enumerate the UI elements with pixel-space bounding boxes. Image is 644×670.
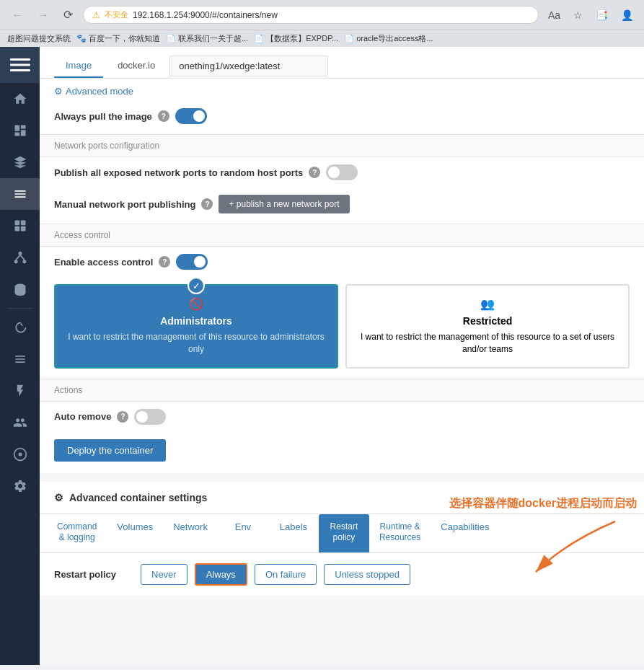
- actions-header: Actions: [40, 379, 644, 402]
- tab-registry[interactable]: docker.io: [106, 54, 167, 78]
- tab-image[interactable]: Image: [54, 54, 103, 78]
- svg-rect-3: [14, 221, 19, 226]
- sub-tab-volumes[interactable]: Volumes: [107, 514, 163, 552]
- sidebar-item-endpoints[interactable]: [0, 438, 40, 470]
- bookmark-star-button[interactable]: ☆: [570, 8, 586, 22]
- bookmark-0[interactable]: 超图问题提交系统: [7, 33, 71, 44]
- profile-button[interactable]: 👤: [617, 8, 637, 22]
- auto-remove-toggle[interactable]: [134, 409, 166, 425]
- enable-access-row: Enable access control ?: [40, 247, 644, 277]
- sidebar-item-history[interactable]: [0, 312, 40, 343]
- sub-tab-network[interactable]: Network: [163, 514, 218, 552]
- restricted-card-title: Restricted: [356, 315, 619, 327]
- always-pull-row: Always pull the image ?: [40, 101, 644, 131]
- access-cards: ✓ 🚫 Administrators I want to restrict th…: [40, 277, 644, 376]
- advanced-mode-section: ⚙ Advanced mode: [40, 79, 644, 101]
- restart-policy-label: Restart policy: [54, 569, 133, 580]
- sidebar-item-settings[interactable]: [0, 470, 40, 502]
- tabs-row: Image docker.io: [40, 47, 644, 79]
- sidebar-item-volumes[interactable]: [0, 273, 40, 305]
- globe-icon: ⚙: [54, 86, 63, 97]
- forward-button[interactable]: →: [33, 7, 53, 23]
- sub-tab-labels[interactable]: Labels: [268, 514, 319, 552]
- svg-rect-2: [10, 69, 30, 71]
- bookmark-1[interactable]: 🐾 百度一下，你就知道: [76, 33, 160, 44]
- sidebar-item-networks[interactable]: [0, 242, 40, 273]
- content-area: Image docker.io ⚙ Advanced mode Always p…: [40, 47, 644, 665]
- auto-remove-help[interactable]: ?: [117, 411, 128, 423]
- advanced-settings-header: ⚙ Advanced container settings: [40, 482, 644, 514]
- publish-all-toggle[interactable]: [326, 164, 358, 180]
- policy-always-button[interactable]: Always: [195, 563, 247, 586]
- sidebar: [0, 47, 40, 665]
- advanced-settings-section: ⚙ Advanced container settings Command& l…: [40, 482, 644, 596]
- access-card-check: ✓: [188, 277, 205, 294]
- publish-all-help[interactable]: ?: [309, 167, 320, 178]
- bookmarks-bar: 超图问题提交系统 🐾 百度一下，你就知道 📄 联系我们一关于超... 📄 【数据…: [0, 30, 644, 47]
- restricted-card-desc: I want to restrict the management of thi…: [356, 331, 619, 356]
- url-display: 192.168.1.254:9000/#/containers/new: [133, 10, 278, 20]
- svg-point-8: [14, 260, 17, 263]
- sidebar-item-stacks[interactable]: [0, 343, 40, 375]
- sidebar-logo[interactable]: [0, 47, 40, 83]
- publish-new-port-button[interactable]: + publish a new network port: [219, 195, 349, 213]
- access-card-restricted[interactable]: 👥 Restricted I want to restrict the mana…: [345, 284, 630, 369]
- publish-all-label: Publish all exposed network ports to ran…: [54, 167, 303, 178]
- sidebar-item-dashboard[interactable]: [0, 115, 40, 146]
- translate-button[interactable]: Aa: [544, 8, 564, 22]
- address-bar[interactable]: ⚠ 不安全 192.168.1.254:9000/#/containers/ne…: [83, 6, 539, 24]
- sub-tab-env[interactable]: Env: [218, 514, 268, 552]
- policy-never-button[interactable]: Never: [141, 564, 188, 585]
- restart-policy-row: Restart policy Never Always On failure U…: [40, 553, 644, 596]
- deploy-button[interactable]: Deploy the container: [54, 439, 166, 462]
- sidebar-item-images[interactable]: [0, 210, 40, 242]
- sidebar-divider-1: [7, 308, 32, 309]
- browser-titlebar: ← → ⟳ ⚠ 不安全 192.168.1.254:9000/#/contain…: [0, 0, 644, 30]
- sub-tab-capabilities[interactable]: Capabilities: [431, 514, 499, 552]
- bookmark-3[interactable]: 📄 【数据泵】EXPDP...: [254, 33, 338, 44]
- manual-port-help[interactable]: ?: [201, 198, 213, 210]
- admin-card-title: Administrators: [64, 315, 328, 327]
- enable-access-help[interactable]: ?: [159, 256, 170, 268]
- enable-access-toggle[interactable]: [176, 254, 208, 270]
- security-icon: ⚠: [92, 10, 100, 20]
- policy-unless-stopped-button[interactable]: Unless stopped: [324, 564, 410, 585]
- policy-on-failure-button[interactable]: On failure: [255, 564, 317, 585]
- svg-line-11: [20, 255, 25, 260]
- always-pull-help[interactable]: ?: [158, 110, 169, 122]
- access-control-header: Access control: [40, 224, 644, 247]
- advanced-settings-label: Advanced container settings: [69, 492, 207, 503]
- svg-rect-1: [10, 64, 30, 66]
- manual-port-row: Manual network port publishing ? + publi…: [40, 188, 644, 221]
- sub-tab-restart-policy[interactable]: Restartpolicy: [319, 514, 369, 552]
- advanced-mode-link[interactable]: ⚙ Advanced mode: [54, 86, 630, 97]
- restricted-card-icon: 👥: [356, 297, 619, 311]
- auto-remove-label: Auto remove: [54, 411, 111, 422]
- svg-point-9: [22, 260, 26, 263]
- sidebar-item-list[interactable]: [0, 178, 40, 210]
- always-pull-toggle[interactable]: [175, 108, 207, 124]
- bookmark-2[interactable]: 📄 联系我们一关于超...: [166, 33, 248, 44]
- reload-button[interactable]: ⟳: [59, 6, 77, 23]
- auto-remove-row: Auto remove ?: [40, 402, 644, 432]
- back-button[interactable]: ←: [7, 7, 27, 23]
- bookmark-button[interactable]: 📑: [592, 8, 612, 22]
- admin-card-desc: I want to restrict the management of thi…: [64, 331, 328, 356]
- svg-rect-4: [20, 221, 25, 226]
- enable-access-label: Enable access control: [54, 257, 153, 268]
- svg-point-7: [18, 252, 22, 255]
- sidebar-item-bolt[interactable]: [0, 375, 40, 407]
- sub-tab-command-logging[interactable]: Command& logging: [47, 514, 107, 552]
- svg-point-12: [18, 453, 22, 457]
- sidebar-item-containers[interactable]: [0, 146, 40, 178]
- security-label: 不安全: [105, 9, 128, 20]
- sub-tab-runtime[interactable]: Runtime &Resources: [369, 514, 431, 552]
- sidebar-item-users[interactable]: [0, 407, 40, 438]
- image-input[interactable]: [169, 56, 328, 76]
- sidebar-item-home[interactable]: [0, 83, 40, 115]
- access-card-administrators[interactable]: ✓ 🚫 Administrators I want to restrict th…: [54, 284, 338, 369]
- bookmark-4[interactable]: 📄 oracle导出access格...: [344, 33, 433, 44]
- browser-chrome: ← → ⟳ ⚠ 不安全 192.168.1.254:9000/#/contain…: [0, 0, 644, 47]
- network-ports-header: Network ports configuration: [40, 134, 644, 157]
- gear-icon: ⚙: [54, 492, 63, 503]
